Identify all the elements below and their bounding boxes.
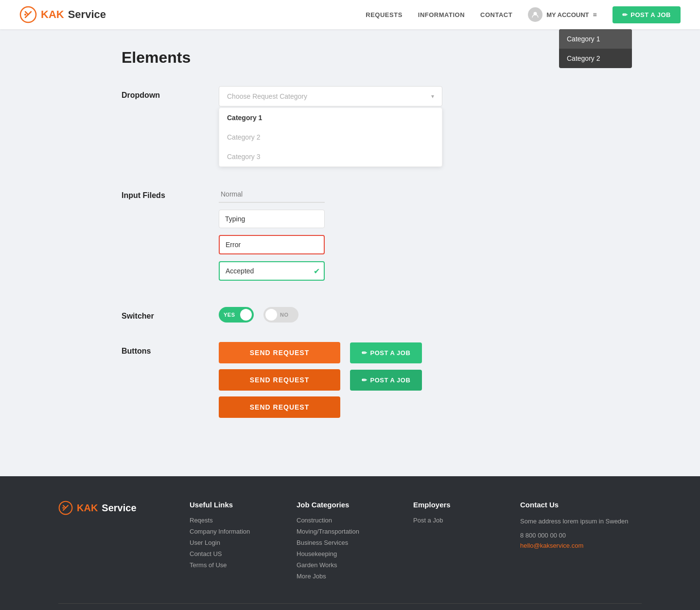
toggle-yes[interactable]: YES: [219, 307, 254, 323]
footer-employers-heading: Employers: [413, 501, 510, 509]
footer-bottom: Copyright © 2015. All rights reserved Pr…: [58, 603, 642, 610]
footer-job-categories: Job Categories Construction Moving/Trans…: [297, 501, 403, 584]
post-job-button-2[interactable]: POST A JOB: [350, 370, 422, 391]
input-fields-row: Input Fileds ✔: [122, 186, 578, 287]
buttons-row: Buttons SEND REQUEST POST A JOB SEND REQ…: [122, 342, 578, 418]
footer-phone: 8 800 000 00 00: [520, 532, 647, 539]
dropdown-arrow-icon: ▾: [431, 93, 434, 100]
send-request-button-1[interactable]: SEND REQUEST: [219, 342, 340, 363]
buttons-label: Buttons: [122, 342, 199, 356]
footer-contact-heading: Contact Us: [520, 501, 647, 509]
footer-link-terms[interactable]: Terms of Use: [190, 561, 287, 569]
footer-link-garden[interactable]: Garden Works: [297, 561, 403, 569]
post-job-label-1: POST A JOB: [370, 349, 411, 357]
input-error[interactable]: [219, 235, 325, 254]
footer-link-more-jobs[interactable]: More Jobs: [297, 573, 403, 580]
dropdown-menu: Category 1 Category 2 Category 3: [219, 108, 442, 167]
footer-useful-links: Useful Links Reqests Company Information…: [190, 501, 287, 584]
footer-useful-links-heading: Useful Links: [190, 501, 287, 509]
dropdown-container: Choose Request Category ▾ Category 1 Cat…: [219, 86, 442, 167]
dropdown-row: Dropdown Choose Request Category ▾ Categ…: [122, 86, 578, 167]
check-icon: ✔: [314, 267, 320, 276]
avatar: [528, 7, 542, 22]
logo-kak: KAK: [41, 8, 64, 21]
footer-link-contact-us[interactable]: Contact US: [190, 550, 287, 557]
buttons-content: SEND REQUEST POST A JOB SEND REQUEST POS…: [219, 342, 578, 418]
buttons-row-3: SEND REQUEST: [219, 396, 340, 418]
footer-logo[interactable]: KAK Service: [58, 501, 180, 515]
footer-logo-service: Service: [102, 502, 136, 514]
dropdown-option-3[interactable]: Category 3: [219, 147, 442, 166]
footer-link-reqests[interactable]: Reqests: [190, 517, 287, 524]
footer-employers: Employers Post a Job: [413, 501, 510, 584]
svg-point-4: [62, 507, 64, 508]
logo-service-text: Service: [68, 8, 106, 21]
footer-email[interactable]: hello@kakservice.com: [520, 542, 647, 549]
header-post-job-button[interactable]: POST A JOB: [612, 6, 681, 23]
nav-requests[interactable]: REQUESTS: [366, 11, 402, 18]
dropdown-label: Dropdown: [122, 86, 199, 100]
footer-logo-kak: KAK: [77, 502, 98, 514]
footer-link-user-login[interactable]: User Login: [190, 539, 287, 546]
footer-link-moving[interactable]: Moving/Transportation: [297, 528, 403, 535]
logo-icon: [19, 6, 37, 23]
post-job-button-1[interactable]: POST A JOB: [350, 342, 422, 363]
footer-contact: Contact Us Some address lorem ipsum in S…: [520, 501, 647, 584]
footer-link-business[interactable]: Business Services: [297, 539, 403, 546]
account-menu-icon: ≡: [593, 11, 597, 18]
pencil-icon-3: [362, 377, 368, 384]
switcher-label: Switcher: [122, 307, 199, 321]
nav-contact[interactable]: CONTACT: [480, 11, 512, 18]
pencil-icon: [622, 11, 628, 18]
footer-job-categories-heading: Job Categories: [297, 501, 403, 509]
switcher-content: YES NO: [219, 307, 578, 323]
buttons-grid: SEND REQUEST POST A JOB SEND REQUEST POS…: [219, 342, 578, 418]
switcher-row: Switcher YES NO: [122, 307, 578, 323]
toggle-no-knob: [265, 309, 277, 321]
dropdown-placeholder: Choose Request Category: [227, 92, 307, 100]
send-request-button-3[interactable]: SEND REQUEST: [219, 396, 340, 418]
switcher-controls: YES NO: [219, 307, 578, 323]
buttons-row-1: SEND REQUEST POST A JOB: [219, 342, 422, 363]
nav-information[interactable]: INFORMATION: [418, 11, 465, 18]
dropdown-option-2[interactable]: Category 2: [219, 127, 442, 147]
toggle-no-label: NO: [280, 312, 289, 318]
post-job-label: POST A JOB: [630, 11, 671, 18]
toggle-no[interactable]: NO: [263, 307, 298, 323]
footer-logo-icon: [58, 501, 73, 515]
send-request-button-2[interactable]: SEND REQUEST: [219, 369, 340, 391]
toggle-yes-knob: [240, 309, 252, 321]
dropdown-trigger[interactable]: Choose Request Category ▾: [219, 86, 442, 107]
footer-link-post-job[interactable]: Post a Job: [413, 517, 510, 524]
nav-dropdown-item-category2[interactable]: Category 2: [559, 49, 632, 68]
account-label: MY ACCOUNT: [546, 11, 589, 18]
nav-dropdown-item-category1[interactable]: Category 1: [559, 29, 632, 49]
footer-link-housekeeping[interactable]: Housekeeping: [297, 550, 403, 557]
toggle-yes-label: YES: [224, 312, 235, 318]
input-normal[interactable]: [219, 186, 325, 203]
main-nav: REQUESTS INFORMATION CONTACT MY ACCOUNT …: [366, 6, 681, 23]
logo[interactable]: KAK Service: [19, 6, 106, 23]
footer-link-construction[interactable]: Construction: [297, 517, 403, 524]
post-job-label-2: POST A JOB: [370, 377, 411, 384]
footer-logo-col: KAK Service: [58, 501, 180, 584]
footer-grid: KAK Service Useful Links Reqests Company…: [58, 501, 642, 584]
svg-point-1: [24, 14, 26, 16]
nav-dropdown: Category 1 Category 2: [559, 29, 632, 68]
input-accepted-wrapper: ✔: [219, 261, 325, 281]
input-fields-label: Input Fileds: [122, 186, 199, 200]
footer-link-company-info[interactable]: Company Information: [190, 528, 287, 535]
dropdown-content: Choose Request Category ▾ Category 1 Cat…: [219, 86, 578, 167]
input-accepted[interactable]: [219, 261, 325, 281]
nav-account[interactable]: MY ACCOUNT ≡: [528, 7, 597, 22]
header: KAK Service REQUESTS INFORMATION CONTACT…: [0, 0, 700, 29]
page-title: Elements: [122, 49, 578, 67]
footer: KAK Service Useful Links Reqests Company…: [0, 476, 700, 610]
footer-address: Some address lorem ipsum in Sweden: [520, 517, 647, 527]
input-fields-content: ✔: [219, 186, 578, 287]
main-content: Elements Dropdown Choose Request Categor…: [112, 29, 588, 476]
input-typing[interactable]: [219, 210, 325, 228]
pencil-icon-2: [362, 349, 368, 357]
dropdown-option-1[interactable]: Category 1: [219, 108, 442, 127]
buttons-row-2: SEND REQUEST POST A JOB: [219, 369, 422, 391]
